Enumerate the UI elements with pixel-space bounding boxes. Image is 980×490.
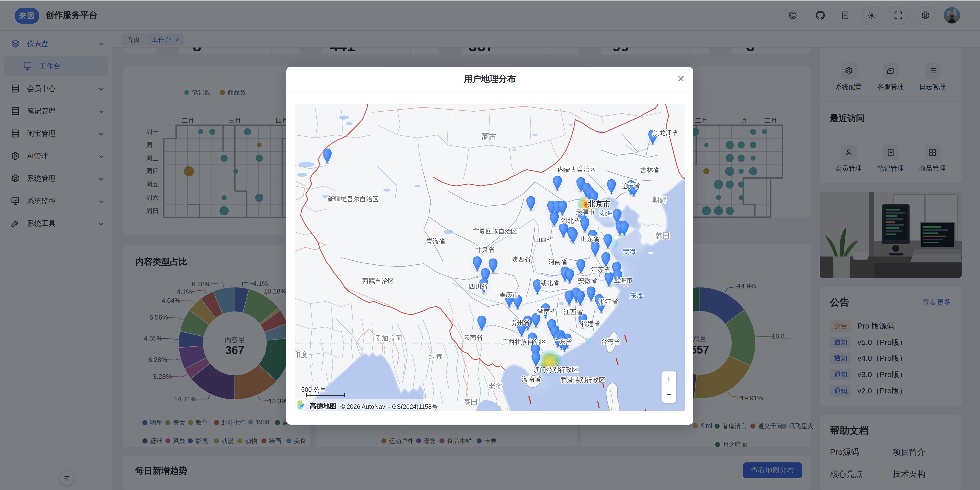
svg-text:宁夏回族自治区: 宁夏回族自治区 (473, 228, 517, 235)
svg-text:黄海: 黄海 (623, 248, 636, 255)
svg-text:河北省: 河北省 (561, 217, 580, 224)
svg-text:陕西省: 陕西省 (512, 256, 531, 263)
svg-text:广西壮族自治区: 广西壮族自治区 (502, 338, 547, 345)
svg-text:海南省: 海南省 (522, 375, 541, 383)
svg-text:浙江省: 浙江省 (599, 298, 618, 305)
svg-text:北京市: 北京市 (587, 200, 611, 208)
svg-text:江西省: 江西省 (564, 308, 583, 316)
svg-text:福建省: 福建省 (581, 320, 600, 327)
svg-text:西藏自治区: 西藏自治区 (363, 277, 394, 284)
svg-text:泰国: 泰国 (464, 398, 477, 406)
svg-text:重庆市: 重庆市 (500, 291, 519, 298)
svg-text:新疆维吾尔自治区: 新疆维吾尔自治区 (328, 195, 379, 203)
svg-text:山东省: 山东省 (581, 235, 600, 243)
svg-text:缅甸: 缅甸 (429, 353, 443, 360)
svg-text:湖南省: 湖南省 (537, 308, 556, 315)
svg-text:香港特别行政区: 香港特别行政区 (561, 376, 605, 383)
svg-text:甘肃省: 甘肃省 (476, 246, 495, 253)
svg-text:黑龙江省: 黑龙江省 (653, 129, 678, 136)
svg-text:天津市: 天津市 (576, 208, 595, 215)
svg-text:安徽省: 安徽省 (578, 277, 597, 284)
svg-text:青海省: 青海省 (426, 237, 445, 244)
svg-text:朝鲜: 朝鲜 (652, 196, 667, 204)
svg-text:江苏省: 江苏省 (591, 266, 611, 273)
svg-text:广东省: 广东省 (553, 338, 572, 345)
svg-text:蒙古: 蒙古 (481, 132, 496, 140)
svg-text:山西省: 山西省 (534, 236, 553, 243)
svg-text:河南省: 河南省 (549, 258, 568, 265)
svg-text:内蒙古自治区: 内蒙古自治区 (558, 166, 596, 173)
svg-text:贵州省: 贵州省 (511, 319, 530, 326)
svg-text:渤海: 渤海 (599, 209, 612, 217)
svg-text:上海市: 上海市 (614, 277, 633, 284)
svg-text:韩国: 韩国 (655, 232, 670, 239)
svg-text:台湾省: 台湾省 (601, 338, 620, 345)
svg-text:澳门特别行政区: 澳门特别行政区 (534, 366, 578, 373)
svg-text:老挝: 老挝 (489, 382, 503, 390)
svg-text:东海: 东海 (630, 292, 643, 299)
svg-text:云南省: 云南省 (464, 334, 483, 341)
svg-text:吉林省: 吉林省 (640, 166, 659, 174)
svg-text:四川省: 四川省 (469, 283, 488, 290)
svg-text:印度: 印度 (295, 351, 308, 359)
svg-text:辽宁省: 辽宁省 (621, 182, 640, 189)
svg-text:孟加拉国: 孟加拉国 (375, 335, 402, 342)
svg-text:湖北省: 湖北省 (540, 279, 559, 286)
